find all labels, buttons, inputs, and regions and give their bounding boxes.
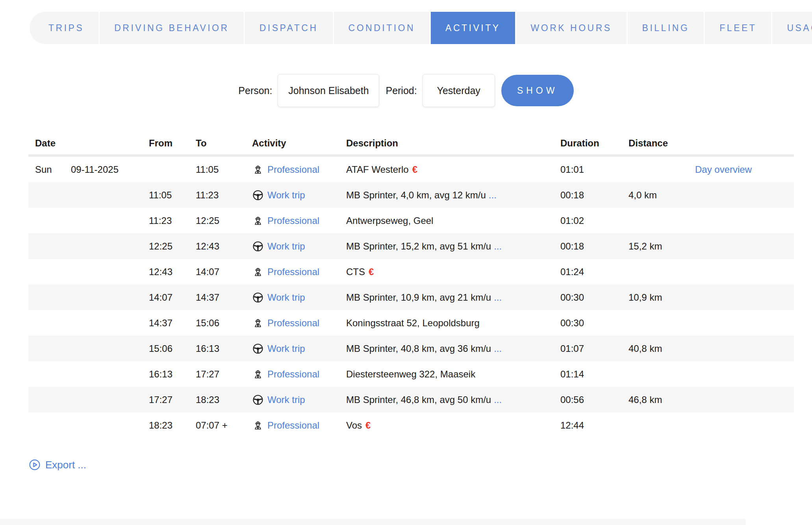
tab-dispatch[interactable]: DISPATCH bbox=[245, 12, 333, 44]
cell-description: Koningsstraat 52, Leopoldsburg bbox=[346, 318, 560, 329]
description-more-link[interactable]: ... bbox=[489, 190, 497, 200]
cell-from: 17:27 bbox=[149, 394, 196, 405]
cell-activity: Professional bbox=[252, 368, 346, 380]
description-more-link[interactable]: ... bbox=[494, 343, 502, 354]
export-play-icon bbox=[28, 458, 41, 471]
activity-link[interactable]: Professional bbox=[267, 215, 319, 226]
tab-driving-behavior[interactable]: DRIVING BEHAVIOR bbox=[100, 12, 243, 44]
cell-activity: Work trip bbox=[252, 343, 346, 355]
activity-link[interactable]: Professional bbox=[267, 164, 319, 175]
cell-to: 12:25 bbox=[196, 215, 252, 226]
cell-to: 11:05 bbox=[196, 164, 252, 175]
header-distance: Distance bbox=[628, 138, 695, 149]
activity-link[interactable]: Work trip bbox=[267, 241, 305, 252]
cell-activity: Work trip bbox=[252, 240, 346, 252]
worker-icon bbox=[252, 368, 264, 380]
table-header: Date From To Activity Description Durati… bbox=[28, 133, 794, 157]
cell-duration: 00:18 bbox=[560, 190, 628, 201]
cell-duration: 00:30 bbox=[560, 292, 628, 303]
cell-from: 12:43 bbox=[149, 266, 196, 277]
cell-activity: Professional bbox=[252, 420, 346, 431]
cell-activity: Professional bbox=[252, 164, 346, 176]
header-description: Description bbox=[346, 138, 560, 149]
cell-duration: 00:56 bbox=[560, 394, 628, 405]
table-row: 17:27 18:23 Work trip MB Sprinter, 46,8 … bbox=[28, 387, 794, 412]
steering-wheel-icon bbox=[252, 292, 264, 303]
cell-to: 11:23 bbox=[196, 190, 252, 201]
cell-duration: 01:07 bbox=[560, 343, 628, 354]
table-row: 14:07 14:37 Work trip MB Sprinter, 10,9 … bbox=[28, 285, 794, 310]
cell-description: MB Sprinter, 4,0 km, avg 12 km/u... bbox=[346, 190, 560, 201]
day-overview-link[interactable]: Day overview bbox=[695, 164, 794, 175]
cell-duration: 01:14 bbox=[560, 369, 628, 380]
activity-link[interactable]: Professional bbox=[267, 266, 319, 277]
cell-from: 15:06 bbox=[149, 343, 196, 354]
description-more-link[interactable]: ... bbox=[494, 292, 502, 303]
cell-to: 12:43 bbox=[196, 241, 252, 252]
worker-icon bbox=[252, 420, 264, 431]
tab-usage[interactable]: USAGE bbox=[772, 12, 812, 44]
cell-from: 14:07 bbox=[149, 292, 196, 303]
description-more-link[interactable]: ... bbox=[494, 241, 502, 251]
cell-duration: 12:44 bbox=[560, 420, 628, 431]
tab-trips[interactable]: TRIPS bbox=[30, 12, 98, 44]
activity-link[interactable]: Work trip bbox=[267, 190, 305, 201]
cell-description-text: MB Sprinter, 46,8 km, avg 50 km/u bbox=[346, 394, 491, 405]
activity-link[interactable]: Professional bbox=[267, 420, 319, 431]
table-row: Sun 09-11-2025 11:05 Professional ATAF W… bbox=[28, 157, 794, 182]
cell-description: ATAF Westerlo€ bbox=[346, 164, 560, 175]
tab-fleet[interactable]: FLEET bbox=[705, 12, 771, 44]
cell-description: Diestersteenweg 322, Maaseik bbox=[346, 369, 560, 380]
cell-distance: 46,8 km bbox=[628, 394, 695, 405]
cell-to: 07:07 + bbox=[196, 420, 252, 431]
cell-duration: 01:24 bbox=[560, 266, 628, 277]
table-row: 15:06 16:13 Work trip MB Sprinter, 40,8 … bbox=[28, 336, 794, 361]
cell-description: MB Sprinter, 46,8 km, avg 50 km/u... bbox=[346, 394, 560, 405]
cell-to: 14:07 bbox=[196, 266, 252, 277]
cell-to: 16:13 bbox=[196, 343, 252, 354]
show-button[interactable]: SHOW bbox=[501, 75, 574, 106]
activity-link[interactable]: Work trip bbox=[267, 292, 305, 303]
worker-icon bbox=[252, 266, 264, 278]
table-row: 18:23 07:07 + Professional Vos€ 12:44 bbox=[28, 412, 794, 438]
activity-link[interactable]: Work trip bbox=[267, 343, 305, 354]
cell-description-text: Diestersteenweg 322, Maaseik bbox=[346, 369, 475, 379]
activity-link[interactable]: Work trip bbox=[267, 394, 305, 405]
description-more-link[interactable]: ... bbox=[494, 394, 502, 405]
cell-description-text: MB Sprinter, 15,2 km, avg 51 km/u bbox=[346, 241, 491, 251]
tab-condition[interactable]: CONDITION bbox=[334, 12, 430, 44]
worker-icon bbox=[252, 215, 264, 227]
cell-distance: 10,9 km bbox=[628, 292, 695, 303]
worker-icon bbox=[252, 317, 264, 329]
cell-to: 17:27 bbox=[196, 369, 252, 380]
export-link[interactable]: Export ... bbox=[28, 458, 86, 471]
cell-distance: 15,2 km bbox=[628, 241, 695, 252]
cell-description: MB Sprinter, 10,9 km, avg 21 km/u... bbox=[346, 292, 560, 303]
cell-description: MB Sprinter, 15,2 km, avg 51 km/u... bbox=[346, 241, 560, 252]
cell-from: 14:37 bbox=[149, 318, 196, 329]
period-input[interactable] bbox=[423, 74, 495, 107]
header-duration: Duration bbox=[560, 138, 628, 149]
cell-activity: Work trip bbox=[252, 292, 346, 303]
cell-description-text: CTS bbox=[346, 266, 365, 277]
activity-link[interactable]: Professional bbox=[267, 318, 319, 329]
steering-wheel-icon bbox=[252, 240, 264, 252]
table-row: 14:37 15:06 Professional Koningsstraat 5… bbox=[28, 310, 794, 336]
person-input[interactable] bbox=[278, 74, 379, 107]
cell-activity: Professional bbox=[252, 215, 346, 227]
tab-work-hours[interactable]: WORK HOURS bbox=[516, 12, 627, 44]
cell-activity: Work trip bbox=[252, 394, 346, 406]
tab-bar: TRIPSDRIVING BEHAVIORDISPATCHCONDITIONAC… bbox=[30, 12, 812, 44]
tab-billing[interactable]: BILLING bbox=[628, 12, 704, 44]
cell-duration: 00:18 bbox=[560, 241, 628, 252]
tab-activity[interactable]: ACTIVITY bbox=[431, 12, 515, 44]
steering-wheel-icon bbox=[252, 343, 264, 355]
table-row: 12:25 12:43 Work trip MB Sprinter, 15,2 … bbox=[28, 233, 794, 259]
activity-link[interactable]: Professional bbox=[267, 369, 319, 380]
cell-date: 09-11-2025 bbox=[71, 164, 149, 175]
cell-from: 11:23 bbox=[149, 215, 196, 226]
cell-duration: 01:01 bbox=[560, 164, 628, 175]
cell-duration: 01:02 bbox=[560, 215, 628, 226]
cell-description-text: Antwerpseweg, Geel bbox=[346, 215, 433, 226]
filter-bar: Person: Period: SHOW bbox=[0, 74, 812, 107]
